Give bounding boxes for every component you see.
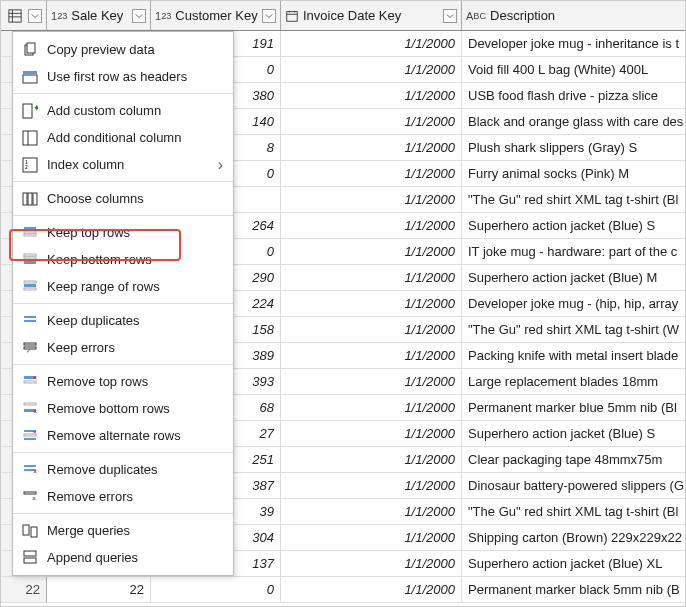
remove-bottom-icon: × [21,400,39,418]
add-column-icon: ✦ [21,102,39,120]
menu-choose-columns[interactable]: Choose columns [13,185,233,212]
copy-icon [21,41,39,59]
cell-description: Superhero action jacket (Blue) XL [462,551,685,576]
column-filter-drop[interactable] [443,9,457,23]
svg-text:✦: ✦ [33,103,38,113]
text-type-icon: ABC [466,10,486,22]
svg-text:2: 2 [25,164,28,170]
svg-rect-33 [24,343,36,345]
menu-keep-top[interactable]: Keep top rows [13,219,233,246]
col-header-sale-key[interactable]: 123 Sale Key [47,1,151,30]
svg-rect-23 [24,231,36,233]
keep-dup-icon [21,312,39,330]
cell-description: Black and orange glass with care des [462,109,685,134]
menu-remove-bottom[interactable]: ×Remove bottom rows [13,395,233,422]
col-header-invoice-date[interactable]: Invoice Date Key [281,1,462,30]
col-header-description[interactable]: ABC Description [462,1,685,30]
svg-text:×: × [33,408,37,415]
svg-text:✓: ✓ [26,348,31,354]
keep-top-icon [21,224,39,242]
cell-invoice-date: 1/1/2000 [281,499,462,524]
menu-remove-errors[interactable]: ×Remove errors [13,483,233,510]
menu-keep-range[interactable]: Keep range of rows [13,273,233,300]
menu-keep-bottom[interactable]: Keep bottom rows [13,246,233,273]
chevron-right-icon: › [218,156,223,174]
svg-text:×: × [32,495,36,502]
cell-description: Plush shark slippers (Gray) S [462,135,685,160]
conditional-icon [21,129,39,147]
menu-keep-duplicates[interactable]: Keep duplicates [13,307,233,334]
menu-append-queries[interactable]: Append queries [13,544,233,571]
cell-description: Permanent marker black 5mm nib (B [462,577,685,602]
append-icon [21,549,39,567]
cell-invoice-date: 1/1/2000 [281,213,462,238]
cell-invoice-date: 1/1/2000 [281,395,462,420]
col-label: Sale Key [71,8,132,23]
cell-invoice-date: 1/1/2000 [281,291,462,316]
cell-invoice-date: 1/1/2000 [281,421,462,446]
menu-index-column[interactable]: 12Index column› [13,151,233,178]
cell-description: "The Gu" red shirt XML tag t-shirt (Bl [462,187,685,212]
svg-rect-46 [24,465,36,467]
menu-add-conditional[interactable]: Add conditional column [13,124,233,151]
svg-rect-30 [24,288,36,290]
menu-remove-duplicates[interactable]: ×Remove duplicates [13,456,233,483]
cell-invoice-date: 1/1/2000 [281,525,462,550]
cell-description: "The Gu" red shirt XML tag t-shirt (Bl [462,499,685,524]
svg-rect-10 [23,71,37,74]
number-type-icon: 123 [51,10,67,22]
menu-merge-queries[interactable]: Merge queries [13,517,233,544]
table-context-menu: Copy preview data Use first row as heade… [12,31,234,576]
svg-text:×: × [33,374,37,381]
cell-invoice-date: 1/1/2000 [281,239,462,264]
cell-description: Clear packaging tape 48mmx75m [462,447,685,472]
col-label: Description [490,8,681,23]
cell-description: Developer joke mug - (hip, hip, array [462,291,685,316]
table-row[interactable]: 222201/1/2000Permanent marker black 5mm … [1,577,685,603]
cell-description: USB food flash drive - pizza slice [462,83,685,108]
svg-rect-19 [23,193,27,205]
menu-first-row-headers[interactable]: Use first row as headers [13,63,233,90]
cell-description: Permanent marker blue 5mm nib (Bl [462,395,685,420]
svg-rect-25 [24,254,36,256]
keep-range-icon [21,278,39,296]
svg-rect-11 [23,75,37,83]
cell-invoice-date: 1/1/2000 [281,343,462,368]
svg-rect-22 [24,227,36,230]
cell-description: Superhero action jacket (Blue) M [462,265,685,290]
menu-add-custom[interactable]: ✦Add custom column [13,97,233,124]
column-filter-drop[interactable] [262,9,276,23]
cell-description: Superhero action jacket (Blue) S [462,213,685,238]
svg-rect-27 [24,261,36,264]
table-icon [8,9,22,23]
menu-keep-errors[interactable]: ✓Keep errors [13,334,233,361]
number-type-icon: 123 [155,10,171,22]
remove-alt-icon: × [21,427,39,445]
remove-dup-icon: × [21,461,39,479]
cell-sale-key: 22 [47,577,151,602]
svg-rect-39 [24,403,36,405]
svg-rect-29 [24,284,36,287]
col-label: Invoice Date Key [303,8,443,23]
svg-rect-0 [9,9,21,21]
svg-rect-51 [23,525,29,535]
cell-invoice-date: 1/1/2000 [281,83,462,108]
menu-remove-alternate[interactable]: ×Remove alternate rows [13,422,233,449]
remove-top-icon: × [21,373,39,391]
menu-copy-preview[interactable]: Copy preview data [13,36,233,63]
svg-rect-52 [31,527,37,537]
table-menu-drop[interactable] [28,9,42,23]
svg-rect-4 [287,11,298,21]
svg-text:×: × [33,468,37,475]
menu-remove-top[interactable]: ×Remove top rows [13,368,233,395]
col-header-customer-key[interactable]: 123 Customer Key [151,1,281,30]
cell-invoice-date: 1/1/2000 [281,265,462,290]
remove-err-icon: × [21,488,39,506]
column-header-row: 123 Sale Key 123 Customer Key Invoice Da… [1,1,685,31]
headers-icon [21,68,39,86]
cell-invoice-date: 1/1/2000 [281,473,462,498]
column-filter-drop[interactable] [132,9,146,23]
table-menu-cell[interactable] [1,1,47,30]
keep-err-icon: ✓ [21,339,39,357]
cell-invoice-date: 1/1/2000 [281,57,462,82]
